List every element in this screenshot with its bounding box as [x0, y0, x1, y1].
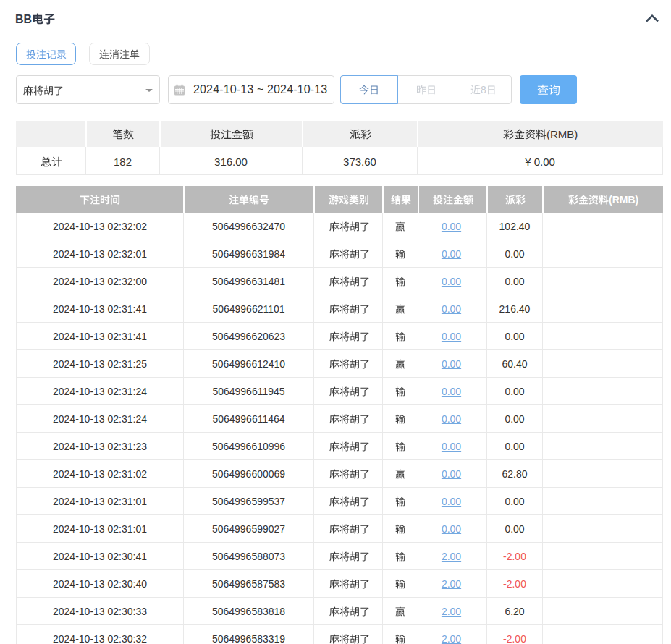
svg-text:(RMB): (RMB)	[546, 128, 578, 140]
svg-text:8: 8	[481, 84, 486, 96]
svg-text:(RMB): (RMB)	[609, 194, 638, 206]
svg-text:BB: BB	[15, 13, 32, 25]
